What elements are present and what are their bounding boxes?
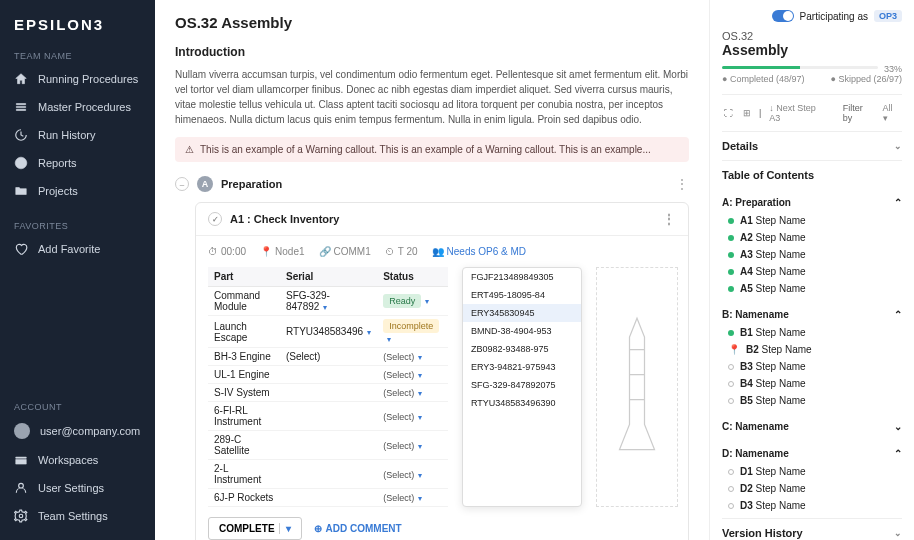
dropdown-option[interactable]: ZB0982-93488-975 bbox=[463, 340, 581, 358]
toc-step[interactable]: 📍B2 Step Name bbox=[722, 341, 902, 358]
section-header: – A Preparation ⋮ bbox=[175, 176, 689, 192]
cell-serial[interactable] bbox=[280, 489, 377, 507]
toc-step-label: D1 Step Name bbox=[740, 466, 806, 477]
chevron-icon: ⌃ bbox=[894, 197, 902, 208]
chevron-down-icon[interactable]: ▾ bbox=[425, 297, 429, 306]
collapse-icon[interactable]: – bbox=[175, 177, 189, 191]
toc-step[interactable]: B3 Step Name bbox=[722, 358, 902, 375]
more-icon[interactable]: ⋮ bbox=[675, 176, 689, 192]
collapse-icon[interactable]: ⊞ bbox=[741, 106, 753, 120]
toc-step-label: B1 Step Name bbox=[740, 327, 806, 338]
chevron-down-icon[interactable]: ▾ bbox=[418, 494, 422, 503]
cell-serial[interactable] bbox=[280, 384, 377, 402]
sidebar-item-addfav[interactable]: Add Favorite bbox=[0, 235, 155, 263]
chevron-down-icon[interactable]: ▾ bbox=[418, 389, 422, 398]
cell-serial[interactable] bbox=[280, 460, 377, 489]
table-row: 6-FI-RL Instrument (Select)▾ bbox=[208, 402, 448, 431]
panel-version[interactable]: Version History⌄ bbox=[722, 518, 902, 540]
complete-button[interactable]: COMPLETE▾ bbox=[208, 517, 302, 540]
chevron-down-icon[interactable]: ▾ bbox=[418, 442, 422, 451]
sidebar-item-reports[interactable]: Reports bbox=[0, 149, 155, 177]
toc-group-title[interactable]: A: Preparation⌃ bbox=[722, 193, 902, 212]
cell-serial[interactable]: (Select) bbox=[280, 348, 377, 366]
toc-step[interactable]: A3 Step Name bbox=[722, 246, 902, 263]
toc-step[interactable]: D2 Step Name bbox=[722, 480, 902, 497]
expand-icon[interactable]: ⛶ bbox=[722, 106, 735, 120]
cell-serial[interactable]: SFG-329-847892▾ bbox=[280, 287, 377, 316]
cell-serial[interactable] bbox=[280, 431, 377, 460]
participating-toggle[interactable] bbox=[772, 10, 794, 22]
main-pane: OS.32 Assembly Introduction Nullam viver… bbox=[155, 0, 709, 540]
status-select[interactable]: (Select) bbox=[383, 412, 414, 422]
toc-step[interactable]: D3 Step Name bbox=[722, 497, 902, 514]
chevron-down-icon[interactable]: ▾ bbox=[387, 335, 391, 344]
status-select[interactable]: (Select) bbox=[383, 370, 414, 380]
add-comment-button[interactable]: ⊕ ADD COMMENT bbox=[314, 523, 402, 534]
panel-toc[interactable]: Table of Contents bbox=[722, 160, 902, 189]
cell-serial[interactable] bbox=[280, 366, 377, 384]
dropdown-option[interactable]: BMND-38-4904-953 bbox=[463, 322, 581, 340]
dropdown-option[interactable]: ERY3-94821-975943 bbox=[463, 358, 581, 376]
toc-step[interactable]: B5 Step Name bbox=[722, 392, 902, 409]
list-icon bbox=[14, 100, 28, 114]
toc-step[interactable]: A1 Step Name bbox=[722, 212, 902, 229]
chevron-down-icon[interactable]: ▾ bbox=[418, 371, 422, 380]
dropdown-option[interactable]: FGJF213489849305 bbox=[463, 268, 581, 286]
meta-needs: 👥 Needs OP6 & MD bbox=[432, 246, 526, 257]
operator-badge[interactable]: OP3 bbox=[874, 10, 902, 22]
cell-part: Command Module bbox=[208, 287, 280, 316]
sidebar-item-running[interactable]: Running Procedures bbox=[0, 65, 155, 93]
dropdown-option[interactable]: SFG-329-847892075 bbox=[463, 376, 581, 394]
cell-part: S-IV System bbox=[208, 384, 280, 402]
toc-step-label: D2 Step Name bbox=[740, 483, 806, 494]
cell-serial[interactable] bbox=[280, 402, 377, 431]
toc-group-title[interactable]: B: Namename⌃ bbox=[722, 305, 902, 324]
next-step-button[interactable]: ↓ Next Step A3 bbox=[767, 101, 830, 125]
filter-select[interactable]: All ▾ bbox=[881, 101, 902, 125]
toc-step[interactable]: D1 Step Name bbox=[722, 463, 902, 480]
serial-dropdown[interactable]: FGJF213489849305ERT495-18095-84ERY345830… bbox=[462, 267, 582, 507]
dropdown-option[interactable]: RTYU348583496390 bbox=[463, 394, 581, 412]
more-icon[interactable]: ⋮ bbox=[662, 211, 676, 227]
toc-step[interactable]: A5 Step Name bbox=[722, 280, 902, 297]
status-select[interactable]: (Select) bbox=[383, 441, 414, 451]
panel-details[interactable]: Details⌄ bbox=[722, 131, 902, 160]
status-select[interactable]: (Select) bbox=[383, 493, 414, 503]
chevron-down-icon[interactable]: ▾ bbox=[418, 353, 422, 362]
sidebar-item-user-settings[interactable]: User Settings bbox=[0, 474, 155, 502]
sidebar-item-history[interactable]: Run History bbox=[0, 121, 155, 149]
status-select[interactable]: (Select) bbox=[383, 470, 414, 480]
toc-step[interactable]: B4 Step Name bbox=[722, 375, 902, 392]
cell-part: 289-C Satellite bbox=[208, 431, 280, 460]
table-row: Launch Escape RTYU348583496▾ Incomplete▾ bbox=[208, 316, 448, 348]
sidebar-item-label: Projects bbox=[38, 185, 78, 197]
step-status-icon[interactable]: ✓ bbox=[208, 212, 222, 226]
filter-label: Filter by bbox=[843, 103, 875, 123]
toc-group-title[interactable]: D: Namename⌃ bbox=[722, 444, 902, 463]
toc-step[interactable]: A2 Step Name bbox=[722, 229, 902, 246]
sidebar-item-team-settings[interactable]: Team Settings bbox=[0, 502, 155, 530]
status-select[interactable]: (Select) bbox=[383, 352, 414, 362]
sidebar-item-user[interactable]: user@company.com bbox=[0, 416, 155, 446]
toc-step[interactable]: A4 Step Name bbox=[722, 263, 902, 280]
dot-icon bbox=[728, 269, 734, 275]
chevron-down-icon[interactable]: ▾ bbox=[418, 471, 422, 480]
chevron-down-icon[interactable]: ▾ bbox=[418, 413, 422, 422]
parts-table: Part Serial Status Command Module SFG-32… bbox=[208, 267, 448, 507]
dot-icon bbox=[728, 486, 734, 492]
sidebar-item-master[interactable]: Master Procedures bbox=[0, 93, 155, 121]
dropdown-option[interactable]: ERY345830945 bbox=[463, 304, 581, 322]
cell-serial[interactable]: RTYU348583496▾ bbox=[280, 316, 377, 348]
dropdown-option[interactable]: ERT495-18095-84 bbox=[463, 286, 581, 304]
toc-step[interactable]: B1 Step Name bbox=[722, 324, 902, 341]
chevron-down-icon[interactable]: ▾ bbox=[323, 303, 327, 312]
status-select[interactable]: (Select) bbox=[383, 388, 414, 398]
chevron-down-icon[interactable]: ▾ bbox=[279, 523, 291, 534]
toc-group-title[interactable]: C: Namename⌄ bbox=[722, 417, 902, 436]
toc-step-label: A4 Step Name bbox=[740, 266, 806, 277]
sidebar-item-label: Running Procedures bbox=[38, 73, 138, 85]
sidebar-item-projects[interactable]: Projects bbox=[0, 177, 155, 205]
chevron-down-icon[interactable]: ▾ bbox=[367, 328, 371, 337]
intro-body: Nullam viverra accumsan turpis, vel cond… bbox=[175, 67, 689, 127]
sidebar-item-workspaces[interactable]: Workspaces bbox=[0, 446, 155, 474]
